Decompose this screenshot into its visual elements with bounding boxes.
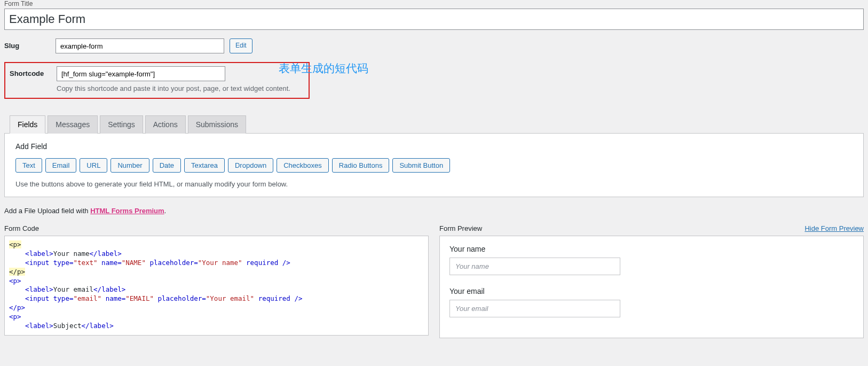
form-title-label: Form Title [4, 0, 864, 7]
tab-submissions[interactable]: Submissions [188, 115, 246, 134]
upsell-link[interactable]: HTML Forms Premium [90, 207, 164, 215]
tab-settings[interactable]: Settings [100, 115, 143, 134]
add-number-button[interactable]: Number [111, 158, 149, 173]
tabs-nav: Fields Messages Settings Actions Submiss… [4, 115, 864, 134]
fields-panel: Add Field Text Email URL Number Date Tex… [4, 134, 864, 197]
annotation-text: 表单生成的短代码 [279, 61, 368, 76]
add-date-button[interactable]: Date [153, 158, 181, 173]
upsell-text: Add a File Upload field with HTML Forms … [4, 207, 864, 215]
preview-email-label: Your email [449, 287, 854, 295]
preview-email-input[interactable] [449, 300, 620, 317]
add-text-button[interactable]: Text [15, 158, 42, 173]
add-textarea-button[interactable]: Textarea [184, 158, 225, 173]
edit-slug-button[interactable]: Edit [230, 38, 252, 53]
slug-label: Slug [4, 38, 50, 50]
slug-input[interactable] [56, 38, 224, 53]
add-checkboxes-button[interactable]: Checkboxes [277, 158, 329, 173]
add-url-button[interactable]: URL [80, 158, 107, 173]
tab-actions[interactable]: Actions [145, 115, 186, 134]
add-field-heading: Add Field [15, 142, 853, 151]
shortcode-input[interactable] [57, 66, 225, 81]
shortcode-label: Shortcode [10, 66, 51, 77]
add-email-button[interactable]: Email [45, 158, 77, 173]
tab-fields[interactable]: Fields [10, 115, 45, 134]
preview-name-label: Your name [449, 245, 854, 253]
field-help-text: Use the buttons above to generate your f… [15, 180, 853, 188]
hide-preview-link[interactable]: Hide Form Preview [804, 224, 864, 232]
form-preview: Your name Your email [439, 236, 864, 338]
form-code-label: Form Code [4, 224, 39, 232]
shortcode-help-text: Copy this shortcode and paste it into yo… [57, 84, 304, 92]
add-submit-button[interactable]: Submit Button [392, 158, 450, 173]
tab-messages[interactable]: Messages [48, 115, 98, 134]
form-title-input[interactable] [4, 9, 864, 30]
form-preview-label: Form Preview [439, 224, 482, 232]
form-code-editor[interactable]: <p> <label>Your name</label> <input type… [4, 236, 429, 336]
add-dropdown-button[interactable]: Dropdown [228, 158, 273, 173]
preview-name-input[interactable] [449, 258, 620, 275]
add-radio-button[interactable]: Radio Buttons [332, 158, 390, 173]
